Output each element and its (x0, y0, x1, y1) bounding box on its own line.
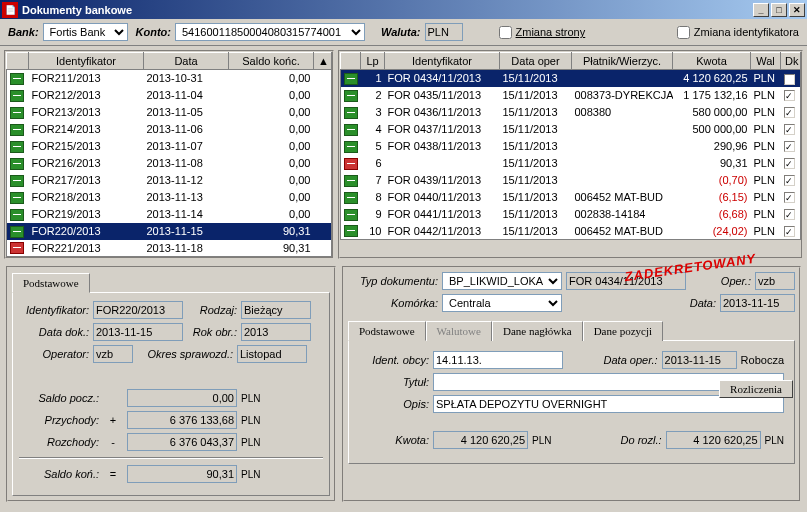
typ-select[interactable]: BP_LIKWID_LOKA (442, 272, 562, 290)
left-col-icon[interactable] (7, 53, 29, 70)
cell-party (572, 70, 673, 87)
cell-dk[interactable]: ✓ (781, 104, 801, 121)
table-row[interactable]: FOR221/20132013-11-1890,31 (7, 240, 332, 257)
page-change-checkbox[interactable] (499, 26, 512, 39)
minimize-button[interactable]: _ (753, 3, 769, 17)
cell-ident: FOR 0434/11/2013 (385, 70, 500, 87)
cell-dk[interactable]: ✓ (781, 189, 801, 206)
row-icon (7, 189, 29, 206)
komorka-select[interactable]: Centrala (442, 294, 562, 312)
opis-label: Opis: (359, 398, 429, 410)
table-row[interactable]: FOR213/20132013-11-050,00 (7, 104, 332, 121)
table-row[interactable]: 10FOR 0442/11/201315/11/2013006452 MAT-B… (341, 223, 801, 240)
cell-dk[interactable]: ✓ (781, 70, 801, 87)
cell-party: 006452 MAT-BUD (572, 223, 673, 240)
left-col-end[interactable]: ▲ (314, 53, 332, 70)
tab-walutowe[interactable]: Walutowe (426, 321, 492, 341)
data-field (720, 294, 795, 312)
cell-dk[interactable]: ✓ (781, 87, 801, 104)
table-row[interactable]: FOR215/20132013-11-070,00 (7, 138, 332, 155)
cell-ident: FOR212/2013 (29, 87, 144, 104)
account-label: Konto: (136, 26, 171, 38)
cell-dk[interactable]: ✓ (781, 223, 801, 240)
right-col-icon[interactable] (341, 53, 361, 70)
table-row[interactable]: 3FOR 0436/11/201315/11/2013008380580 000… (341, 104, 801, 121)
cell-dk[interactable]: ✓ (781, 155, 801, 172)
right-col-lp[interactable]: Lp (361, 53, 385, 70)
ident-change-checkbox[interactable] (677, 26, 690, 39)
tab-dane-naglowka[interactable]: Dane nagłówka (492, 321, 583, 341)
unit-pln: PLN (241, 393, 260, 404)
unit-pln: PLN (765, 435, 784, 446)
row-icon (341, 206, 361, 223)
cell-dk[interactable]: ✓ (781, 172, 801, 189)
account-select[interactable]: 54160011850004080315774001 (175, 23, 365, 41)
right-col-ident[interactable]: Identyfikator (385, 53, 500, 70)
table-row[interactable]: FOR212/20132013-11-040,00 (7, 87, 332, 104)
row-icon (341, 189, 361, 206)
left-grid[interactable]: Identyfikator Data Saldo końc. ▲ FOR211/… (6, 52, 332, 257)
cell-dk[interactable]: ✓ (781, 121, 801, 138)
dataoper-label: Data oper.: (604, 354, 658, 366)
right-grid[interactable]: Lp Identyfikator Data oper Płatnik/Wierz… (340, 52, 801, 240)
table-row[interactable]: 7FOR 0439/11/201315/11/2013(0,70)PLN✓ (341, 172, 801, 189)
right-col-party[interactable]: Płatnik/Wierzyc. (572, 53, 673, 70)
cell-amount: (24,02) (673, 223, 751, 240)
cell-amount: (6,68) (673, 206, 751, 223)
table-row[interactable]: 615/11/201390,31PLN✓ (341, 155, 801, 172)
minus-sign: - (103, 436, 123, 448)
cell-date: 15/11/2013 (500, 172, 572, 189)
cell-lp: 4 (361, 121, 385, 138)
left-col-bal[interactable]: Saldo końc. (229, 53, 314, 70)
cell-dk[interactable]: ✓ (781, 138, 801, 155)
cell-balance: 0,00 (229, 206, 314, 223)
cell-date: 2013-11-05 (144, 104, 229, 121)
cell-balance: 0,00 (229, 138, 314, 155)
table-row[interactable]: 5FOR 0438/11/201315/11/2013290,96PLN✓ (341, 138, 801, 155)
table-row[interactable]: 4FOR 0437/11/201315/11/2013500 000,00PLN… (341, 121, 801, 138)
rozchody-field (127, 433, 237, 451)
cell-ident: FOR219/2013 (29, 206, 144, 223)
right-col-amt[interactable]: Kwota (673, 53, 751, 70)
rozchody-label: Rozchody: (19, 436, 99, 448)
table-row[interactable]: FOR220/20132013-11-1590,31 (7, 223, 332, 240)
right-col-cur[interactable]: Wal (751, 53, 781, 70)
cell-ident: FOR215/2013 (29, 138, 144, 155)
cell-date: 2013-11-18 (144, 240, 229, 257)
dorozl-label: Do rozl.: (621, 434, 662, 446)
cell-currency: PLN (751, 104, 781, 121)
tab-podstawowe[interactable]: Podstawowe (348, 321, 426, 341)
rozliczenia-button[interactable]: Rozliczenia (719, 380, 793, 398)
left-col-ident[interactable]: Identyfikator (29, 53, 144, 70)
table-row[interactable]: FOR217/20132013-11-120,00 (7, 172, 332, 189)
page-change-label: Zmiana strony (516, 26, 586, 38)
maximize-button[interactable]: □ (771, 3, 787, 17)
right-col-dk[interactable]: Dk (781, 53, 801, 70)
row-icon (341, 121, 361, 138)
cell-ident: FOR 0442/11/2013 (385, 223, 500, 240)
table-row[interactable]: FOR214/20132013-11-060,00 (7, 121, 332, 138)
toolbar: Bank: Fortis Bank Konto: 541600118500040… (0, 19, 807, 46)
cell-ident: FOR 0436/11/2013 (385, 104, 500, 121)
eq-sign: = (103, 468, 123, 480)
identobcy-field[interactable] (433, 351, 563, 369)
left-col-date[interactable]: Data (144, 53, 229, 70)
bank-select[interactable]: Fortis Bank (43, 23, 128, 41)
table-row[interactable]: 8FOR 0440/11/201315/11/2013006452 MAT-BU… (341, 189, 801, 206)
table-row[interactable]: 1FOR 0434/11/201315/11/20134 120 620,25P… (341, 70, 801, 87)
data-label: Data: (690, 297, 716, 309)
cell-dk[interactable]: ✓ (781, 206, 801, 223)
tab-podstawowe-left[interactable]: Podstawowe (12, 273, 90, 293)
table-row[interactable]: 9FOR 0441/11/201315/11/2013002838-14184(… (341, 206, 801, 223)
tab-dane-pozycji[interactable]: Dane pozycji (583, 321, 663, 341)
right-col-date[interactable]: Data oper (500, 53, 572, 70)
table-row[interactable]: FOR219/20132013-11-140,00 (7, 206, 332, 223)
unit-pln: PLN (241, 469, 260, 480)
close-button[interactable]: ✕ (789, 3, 805, 17)
row-icon (341, 104, 361, 121)
table-row[interactable]: FOR216/20132013-11-080,00 (7, 155, 332, 172)
table-row[interactable]: FOR211/20132013-10-310,00 (7, 70, 332, 87)
table-row[interactable]: FOR218/20132013-11-130,00 (7, 189, 332, 206)
table-row[interactable]: 2FOR 0435/11/201315/11/2013008373-DYREKC… (341, 87, 801, 104)
cell-balance: 0,00 (229, 121, 314, 138)
